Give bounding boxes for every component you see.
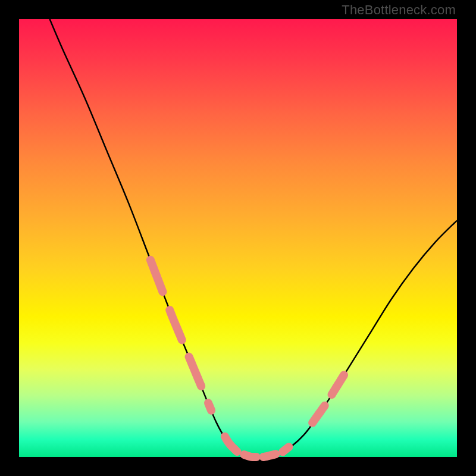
chart-frame: TheBottleneck.com [0,0,476,476]
bottom-cluster-dash-0 [225,437,237,452]
curve-path [50,19,457,458]
bottom-cluster-dash-3 [283,447,289,452]
right-cluster-dash-1 [332,375,345,394]
left-cluster-dash-1 [170,310,182,340]
left-cluster-dash-0 [151,260,163,292]
bottom-cluster-dash-2 [264,454,276,457]
right-cluster-dash-0 [312,406,325,423]
left-cluster-dash-3 [208,403,211,410]
attribution-label: TheBottleneck.com [342,2,456,18]
plot-area [19,19,457,457]
bottom-cluster-dash-1 [244,455,256,457]
marker-layer [151,260,344,457]
left-cluster-dash-2 [189,357,202,386]
bottleneck-curve [50,19,457,458]
curve-svg [19,19,457,457]
